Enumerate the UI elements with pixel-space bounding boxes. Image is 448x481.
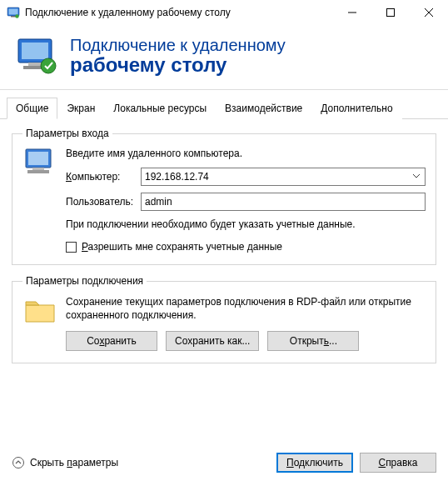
- save-credentials-checkbox[interactable]: Разрешить мне сохранять учетные данные: [66, 241, 426, 253]
- svg-rect-15: [32, 168, 44, 170]
- window-controls: [333, 0, 448, 25]
- user-label: Пользователь:: [66, 196, 141, 208]
- svg-rect-2: [11, 16, 16, 18]
- connection-group: Параметры подключения Сохранение текущих…: [12, 275, 436, 363]
- login-prompt: Введите имя удаленного компьютера.: [66, 148, 426, 159]
- chevron-down-icon: [410, 171, 423, 183]
- window-title: Подключение к удаленному рабочему столу: [25, 7, 333, 18]
- tab-display[interactable]: Экран: [57, 98, 104, 119]
- svg-point-12: [41, 58, 56, 73]
- footer: Скрыть параметры Подключить Справка: [0, 453, 448, 473]
- minimize-button[interactable]: [333, 0, 371, 25]
- help-button[interactable]: Справка: [360, 453, 436, 473]
- svg-rect-5: [387, 9, 395, 17]
- computer-value: 192.168.12.74: [145, 171, 410, 183]
- svg-point-3: [15, 14, 18, 18]
- connection-desc: Сохранение текущих параметров подключени…: [66, 295, 426, 322]
- computer-label: Компьютер:: [66, 171, 141, 183]
- login-group: Параметры входа Введите имя удаленного к…: [12, 128, 436, 265]
- tab-experience[interactable]: Взаимодействие: [216, 98, 311, 119]
- header-line2: рабочему столу: [70, 54, 286, 76]
- login-group-legend: Параметры входа: [22, 128, 112, 139]
- open-button[interactable]: Открыть...: [267, 331, 359, 351]
- save-button[interactable]: Сохранить: [66, 331, 157, 351]
- svg-rect-10: [28, 63, 42, 66]
- svg-point-17: [13, 458, 24, 468]
- tab-bar: Общие Экран Локальные ресурсы Взаимодейс…: [0, 97, 448, 119]
- tab-general[interactable]: Общие: [7, 98, 57, 119]
- tab-advanced[interactable]: Дополнительно: [311, 98, 401, 119]
- chevron-up-icon[interactable]: [12, 456, 25, 469]
- connection-group-legend: Параметры подключения: [22, 275, 147, 287]
- app-icon: [7, 6, 20, 19]
- user-field[interactable]: [141, 193, 426, 211]
- login-info: При подключении необходимо будет указать…: [66, 218, 426, 231]
- checkbox-icon: [66, 242, 77, 253]
- header: Подключение к удаленному рабочему столу: [0, 26, 448, 90]
- connect-button[interactable]: Подключить: [276, 453, 353, 473]
- tab-local-resources[interactable]: Локальные ресурсы: [104, 98, 216, 119]
- maximize-button[interactable]: [371, 0, 410, 25]
- svg-rect-14: [28, 152, 48, 165]
- tab-body: Параметры входа Введите имя удаленного к…: [0, 119, 448, 363]
- svg-rect-16: [27, 170, 49, 173]
- titlebar: Подключение к удаленному рабочему столу: [0, 0, 448, 26]
- svg-rect-9: [22, 43, 48, 59]
- computer-combo[interactable]: 192.168.12.74: [141, 168, 426, 186]
- header-line1: Подключение к удаленному: [70, 36, 286, 54]
- close-button[interactable]: [410, 0, 448, 25]
- rdp-icon: [15, 34, 58, 78]
- save-credentials-label: Разрешить мне сохранять учетные данные: [82, 241, 282, 253]
- svg-rect-1: [9, 9, 18, 15]
- save-as-button[interactable]: Сохранить как...: [166, 331, 259, 351]
- header-text: Подключение к удаленному рабочему столу: [70, 36, 286, 76]
- collapse-params-link[interactable]: Скрыть параметры: [30, 457, 118, 468]
- computer-icon: [22, 148, 59, 181]
- folder-icon: [22, 295, 59, 328]
